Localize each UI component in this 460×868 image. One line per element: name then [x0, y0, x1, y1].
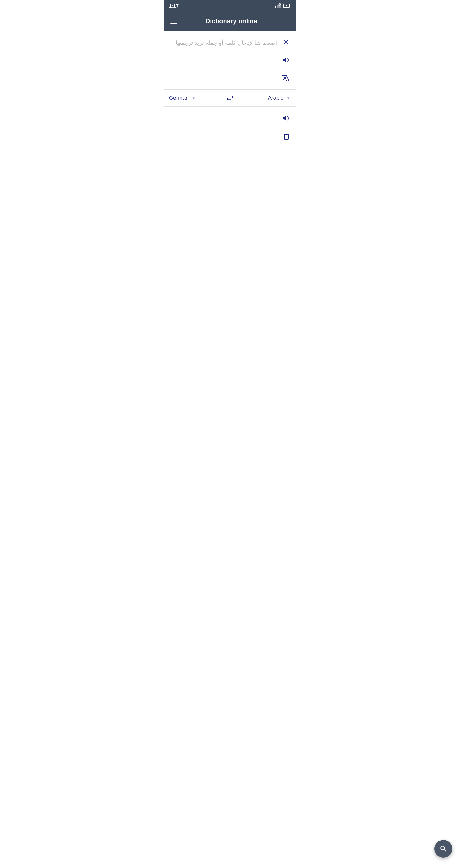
volume-output-icon: [282, 115, 290, 122]
menu-icon: [170, 19, 177, 19]
menu-icon-line3: [170, 23, 177, 24]
svg-rect-0: [275, 6, 276, 8]
status-bar: 1:17: [164, 0, 296, 11]
source-language-label: German: [169, 95, 189, 101]
input-placeholder[interactable]: إضغط هنا لإدخال كلمة أو جملة تريد ترجمته…: [170, 37, 277, 48]
battery-icon: [283, 3, 291, 8]
svg-rect-7: [289, 5, 290, 7]
app-header: Dictionary online: [164, 11, 296, 31]
output-section: [164, 107, 296, 148]
chevron-down-icon-2: [286, 96, 291, 101]
menu-button[interactable]: [169, 17, 178, 25]
chevron-down-icon: [191, 96, 196, 101]
target-language-label: Arabic: [268, 95, 283, 101]
speaker-button[interactable]: [281, 55, 291, 65]
clear-button[interactable]: [281, 37, 291, 47]
status-time: 1:17: [169, 3, 178, 9]
output-actions: [281, 113, 291, 141]
language-bar: German Arabic: [164, 90, 296, 107]
input-actions: [281, 37, 291, 83]
translate-icon: [282, 74, 290, 82]
svg-rect-2: [278, 4, 280, 8]
copy-button[interactable]: [281, 131, 291, 141]
input-section[interactable]: إضغط هنا لإدخال كلمة أو جملة تريد ترجمته…: [164, 31, 296, 90]
app-title: Dictionary online: [185, 18, 277, 25]
speaker-output-button[interactable]: [281, 113, 291, 123]
swap-icon: [226, 94, 234, 102]
menu-icon-line2: [170, 21, 177, 22]
main-content: إضغط هنا لإدخال كلمة أو جملة تريد ترجمته…: [164, 31, 296, 307]
volume-icon: [282, 56, 290, 64]
close-icon: [282, 38, 290, 46]
signal-icon: [275, 3, 282, 8]
translate-button[interactable]: [281, 73, 291, 83]
swap-languages-button[interactable]: [222, 94, 238, 102]
svg-rect-1: [276, 5, 278, 8]
empty-content-area: [164, 148, 296, 307]
copy-icon: [282, 132, 290, 140]
status-icons: [275, 3, 291, 8]
target-language-selector[interactable]: Arabic: [238, 95, 291, 101]
source-language-selector[interactable]: German: [169, 95, 222, 101]
